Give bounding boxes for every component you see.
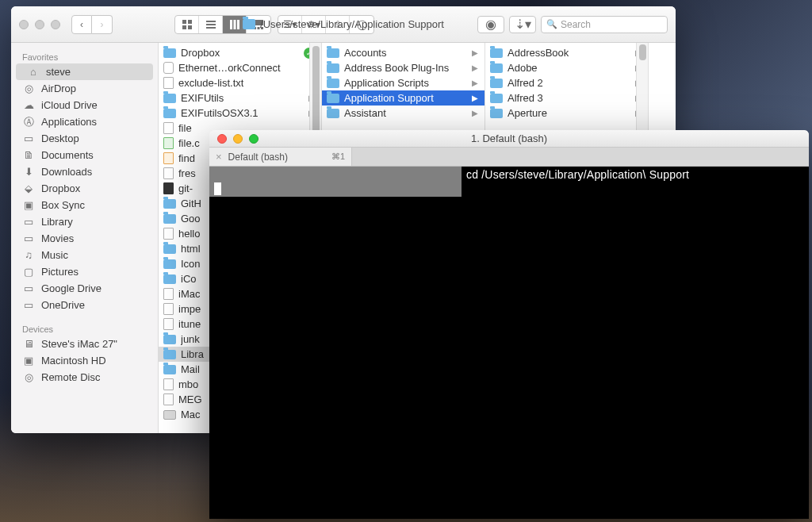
list-item[interactable]: Adobe▶	[485, 60, 648, 75]
search-icon: 🔍	[546, 19, 557, 29]
sidebar-item-onedrive[interactable]: ▭OneDrive	[11, 297, 158, 313]
chevron-right-icon: ▶	[472, 109, 478, 117]
forward-button[interactable]: ›	[92, 15, 113, 34]
sidebar-item-box-sync[interactable]: ▣Box Sync	[11, 197, 158, 213]
desktop-icon: ▭	[22, 132, 35, 145]
item-label: file	[178, 122, 192, 134]
sidebar-item-documents[interactable]: 🗎Documents	[11, 147, 158, 163]
tab-close-icon[interactable]: ×	[216, 151, 222, 163]
svg-rect-3	[188, 25, 192, 29]
home-icon: ⌂	[27, 66, 40, 79]
item-label: iCo	[181, 273, 197, 285]
sidebar-item-google-drive[interactable]: ▭Google Drive	[11, 280, 158, 297]
icon-view-button[interactable]	[175, 16, 199, 33]
list-item[interactable]: EXIFUtils▶	[159, 90, 321, 106]
term-close-button[interactable]	[217, 134, 227, 144]
file-icon	[163, 77, 174, 89]
folder-icon	[327, 79, 339, 88]
sidebar-item-dropbox[interactable]: ⬙Dropbox	[11, 180, 158, 197]
dropbox-toolbar-button[interactable]: ⇣▾	[509, 16, 536, 33]
zoom-button[interactable]	[51, 20, 60, 29]
item-label: EXIFUtils	[181, 92, 224, 104]
svg-rect-5	[206, 24, 216, 25]
list-item[interactable]: EXIFutilsOSX3.1▶	[159, 106, 321, 121]
folder-icon	[243, 19, 255, 29]
list-item[interactable]: Aperture▶	[485, 106, 648, 121]
sidebar-item-icloud-drive[interactable]: ☁iCloud Drive	[11, 97, 158, 113]
terminal-body[interactable]: cd /Users/steve/Library/Application\ Sup…	[209, 167, 809, 519]
item-label: hello	[178, 228, 200, 240]
svg-rect-6	[206, 27, 216, 29]
tab-shortcut: ⌘1	[331, 152, 345, 162]
hd-icon: ▣	[22, 355, 35, 367]
terminal-tab[interactable]: × Default (bash) ⌘1	[209, 148, 352, 166]
svg-rect-4	[206, 21, 216, 22]
sidebar-item-library[interactable]: ▭Library	[11, 213, 158, 230]
folder-icon: ▭	[22, 282, 35, 295]
list-item[interactable]: Application Support▶	[322, 90, 485, 106]
close-button[interactable]	[19, 20, 29, 29]
box-icon: ▣	[22, 199, 35, 212]
chevron-right-icon: ▶	[472, 94, 478, 102]
list-item[interactable]: Ethernet…orkConnect	[159, 60, 321, 75]
item-label: html	[181, 243, 201, 255]
list-item[interactable]: Alfred 2▶	[485, 75, 648, 90]
item-label: Mac	[181, 409, 201, 420]
quicklook-button[interactable]: ◉	[477, 16, 504, 33]
sidebar-item-airdrop[interactable]: ◎AirDrop	[11, 80, 158, 97]
item-label: file.c	[178, 137, 200, 149]
item-label: exclude-list.txt	[178, 77, 243, 89]
file-icon	[163, 228, 174, 240]
term-minimize-button[interactable]	[233, 134, 243, 144]
item-label: Adobe	[508, 62, 538, 74]
item-label: Dropbox	[181, 47, 220, 59]
list-item[interactable]: Alfred 3▶	[485, 90, 648, 106]
device-item-remote-disc[interactable]: ◎Remote Disc	[11, 369, 158, 386]
sidebar-item-desktop[interactable]: ▭Desktop	[11, 130, 158, 147]
item-label: junk	[181, 333, 200, 345]
device-item-label: Remote Disc	[41, 371, 100, 383]
device-item-macintosh-hd[interactable]: ▣Macintosh HD	[11, 352, 158, 369]
folder-icon	[163, 274, 176, 284]
folder-icon	[490, 48, 503, 58]
svg-rect-1	[188, 20, 192, 24]
list-item[interactable]: Dropbox✓	[159, 45, 321, 60]
list-item[interactable]: exclude-list.txt	[159, 75, 321, 90]
folder-icon	[163, 109, 176, 118]
sidebar-item-music[interactable]: ♫Music	[11, 247, 158, 263]
sidebar-item-applications[interactable]: ⒶApplications	[11, 113, 158, 130]
list-item[interactable]: AddressBook▶	[485, 45, 648, 60]
back-button[interactable]: ‹	[71, 15, 92, 34]
device-item-label: Steve's iMac 27"	[41, 338, 117, 350]
sidebar-item-label: AirDrop	[41, 83, 76, 94]
item-label: impe	[178, 303, 201, 315]
finder-sidebar[interactable]: Favorites ⌂steve◎AirDrop☁iCloud DriveⒶAp…	[11, 43, 159, 433]
title-path: /Users/steve/Library/Application Support	[260, 18, 444, 30]
item-label: find	[178, 152, 195, 164]
list-item[interactable]: Application Scripts▶	[322, 75, 485, 90]
item-label: Alfred 2	[508, 77, 543, 89]
file-icon	[163, 303, 174, 315]
sidebar-item-label: Documents	[41, 149, 94, 161]
folder-icon	[163, 94, 176, 103]
list-view-button[interactable]	[199, 16, 223, 33]
search-field[interactable]: 🔍 Search	[541, 16, 668, 33]
term-zoom-button[interactable]	[249, 134, 259, 144]
list-item[interactable]: Assistant▶	[322, 106, 485, 121]
item-label: mbo	[178, 378, 198, 390]
sidebar-item-movies[interactable]: ▭Movies	[11, 230, 158, 247]
item-label: Assistant	[344, 107, 386, 119]
sidebar-item-label: Desktop	[41, 132, 79, 144]
minimize-button[interactable]	[35, 20, 44, 29]
sidebar-item-label: Downloads	[41, 166, 92, 178]
folder-icon	[327, 94, 339, 103]
window-title: /Users/steve/Library/Application Support	[243, 18, 444, 30]
list-item[interactable]: Accounts▶	[322, 45, 485, 60]
file-icon	[163, 288, 174, 300]
list-item[interactable]: Address Book Plug-Ins▶	[322, 60, 485, 75]
device-item-steve-s-imac-27-[interactable]: 🖥Steve's iMac 27"	[11, 336, 158, 352]
sidebar-item-pictures[interactable]: ▢Pictures	[11, 263, 158, 280]
sidebar-item-steve[interactable]: ⌂steve	[16, 63, 153, 80]
sidebar-item-label: Dropbox	[41, 182, 80, 194]
sidebar-item-downloads[interactable]: ⬇Downloads	[11, 163, 158, 180]
